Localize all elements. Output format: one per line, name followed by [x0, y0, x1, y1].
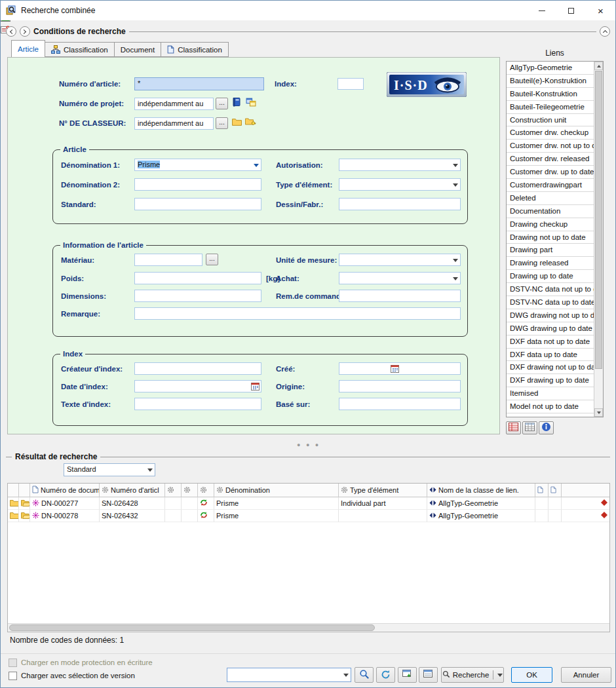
next-button[interactable] [20, 26, 30, 37]
type-element-combo[interactable] [339, 178, 461, 191]
lien-item[interactable]: DWG drawing up to date [507, 322, 594, 335]
tab-classification-2[interactable]: Classification [161, 42, 229, 57]
header-attr-3[interactable] [198, 484, 214, 497]
lien-item[interactable]: Customer drw. not up to date [507, 139, 594, 153]
view-combo[interactable]: Standard [64, 463, 155, 476]
load-new-window-button[interactable] [398, 667, 417, 683]
close-button[interactable]: × [586, 1, 615, 20]
maximize-button[interactable] [556, 1, 586, 20]
horizontal-scrollbar[interactable] [8, 623, 609, 632]
scroll-down-button[interactable] [594, 408, 603, 417]
header-link-class[interactable]: Nom de la classe de lien. [427, 484, 535, 497]
grid-view-button[interactable] [522, 421, 537, 434]
refresh-button[interactable] [376, 667, 395, 683]
lien-item[interactable]: Drawing up to date [507, 269, 594, 283]
lien-item[interactable]: Customer drw. checkup [507, 126, 594, 140]
header-icon-col-1[interactable] [8, 484, 19, 497]
header-extra[interactable] [562, 484, 609, 497]
lien-item[interactable]: Customerdrawingpart [507, 178, 594, 192]
materiau-browse-button[interactable]: ... [206, 254, 218, 265]
table-row[interactable]: DN-000278 SN-026432 Prisme AllgTyp-Geome… [8, 510, 609, 522]
standard-input[interactable] [134, 198, 261, 210]
dimensions-input[interactable] [134, 290, 261, 302]
lien-item[interactable]: Bauteil-Konstruktion [507, 87, 594, 101]
scroll-up-button[interactable] [594, 62, 603, 70]
header-article-number[interactable]: Numéro d'articl [100, 484, 165, 497]
quick-search-combo[interactable] [227, 668, 351, 682]
header-type-element[interactable]: Type d'élément [339, 484, 427, 497]
denomination2-input[interactable] [134, 178, 261, 191]
project-browse-button[interactable]: ... [216, 98, 228, 109]
lien-item[interactable]: AllgTyp-Geometrie [507, 62, 594, 75]
lien-item[interactable]: DXF drawing not up to date [507, 360, 594, 374]
tab-article[interactable]: Article [11, 40, 45, 57]
lien-item[interactable]: Construction unit [507, 113, 594, 127]
tab-classification-1[interactable]: Classification [45, 42, 115, 57]
lien-item[interactable]: Customer drw. up to date [507, 165, 594, 179]
report-view-button[interactable] [506, 421, 521, 434]
lien-item[interactable]: Customer drw. released [507, 152, 594, 166]
texte-index-input[interactable] [134, 398, 261, 410]
table-row[interactable]: DN-000277 SN-026428 Prisme Individual pa… [8, 497, 609, 510]
project-number-input[interactable]: indépendamment au [134, 98, 214, 110]
index-createur-input[interactable] [134, 362, 261, 375]
header-denomination[interactable]: Dénomination [214, 484, 339, 497]
minimize-button[interactable] [527, 1, 556, 20]
scrollbar-thumb[interactable] [9, 624, 375, 631]
achat-combo[interactable] [339, 272, 461, 284]
lien-item[interactable]: Drawing part [507, 243, 594, 257]
header-doc-col-2[interactable] [549, 484, 562, 497]
folder-key-icon[interactable] [245, 117, 256, 126]
cree-input[interactable] [339, 362, 461, 375]
base-sur-input[interactable] [339, 398, 461, 410]
header-icon-col-2[interactable] [19, 484, 30, 497]
recherche-button[interactable]: Recherche [441, 667, 504, 683]
autorisation-combo[interactable] [339, 159, 461, 171]
prev-button[interactable] [6, 26, 16, 37]
date-index-input[interactable] [134, 380, 261, 392]
collapse-button[interactable] [600, 26, 610, 37]
folder-icon[interactable] [232, 118, 242, 126]
project-copy-icon[interactable] [246, 98, 256, 107]
load-window-button[interactable] [419, 667, 438, 683]
dessin-input[interactable] [339, 198, 461, 210]
header-document-number[interactable]: Numéro de docume [30, 484, 100, 497]
readonly-checkbox[interactable] [9, 659, 17, 667]
lien-item[interactable]: Itemised [507, 387, 594, 400]
poids-input[interactable] [134, 272, 261, 284]
rem-commande-input[interactable] [339, 290, 461, 302]
lien-item[interactable]: DSTV-NC data not up to date [507, 282, 594, 296]
info-button[interactable] [539, 421, 554, 434]
calendar-icon[interactable] [251, 382, 260, 391]
lien-item[interactable]: Documentation [507, 204, 594, 218]
article-number-input[interactable]: * [134, 77, 264, 90]
unite-combo[interactable] [339, 254, 461, 266]
lien-item[interactable]: DSTV-NC data up to date [507, 296, 594, 309]
header-attr-1[interactable] [165, 484, 182, 497]
denomination1-combo[interactable]: Prisme [134, 159, 261, 171]
lien-item[interactable]: Drawing checkup [507, 218, 594, 231]
origine-input[interactable] [339, 380, 461, 392]
remarque-input[interactable] [134, 307, 461, 320]
version-checkbox[interactable] [9, 672, 17, 680]
lien-item[interactable]: Bauteil-Teilegeometrie [507, 100, 594, 114]
search-ic-button[interactable] [355, 667, 374, 683]
cancel-button[interactable]: Annuler [561, 667, 611, 683]
lien-item[interactable]: DXF data up to date [507, 348, 594, 362]
index-input[interactable] [337, 78, 364, 90]
scrollbar-thumb[interactable] [595, 71, 602, 369]
lien-item[interactable]: DXF data not up to date [507, 335, 594, 349]
project-book-icon[interactable] [232, 97, 241, 107]
lien-item[interactable]: Drawing released [507, 256, 594, 270]
classeur-browse-button[interactable]: ... [216, 117, 228, 129]
lien-item[interactable]: Bauteil(e)-Konstruktion [507, 74, 594, 88]
vertical-scrollbar[interactable] [594, 62, 603, 417]
lien-item[interactable]: DXF drawing up to date [507, 373, 594, 387]
lien-item[interactable]: Deleted [507, 191, 594, 205]
classeur-input[interactable]: indépendamment au [134, 117, 214, 130]
tab-document[interactable]: Document [115, 42, 161, 57]
header-attr-2[interactable] [182, 484, 198, 497]
header-doc-col-1[interactable] [535, 484, 549, 497]
lien-item[interactable]: DWG drawing not up to date [507, 309, 594, 322]
ok-button[interactable]: OK [511, 667, 552, 683]
